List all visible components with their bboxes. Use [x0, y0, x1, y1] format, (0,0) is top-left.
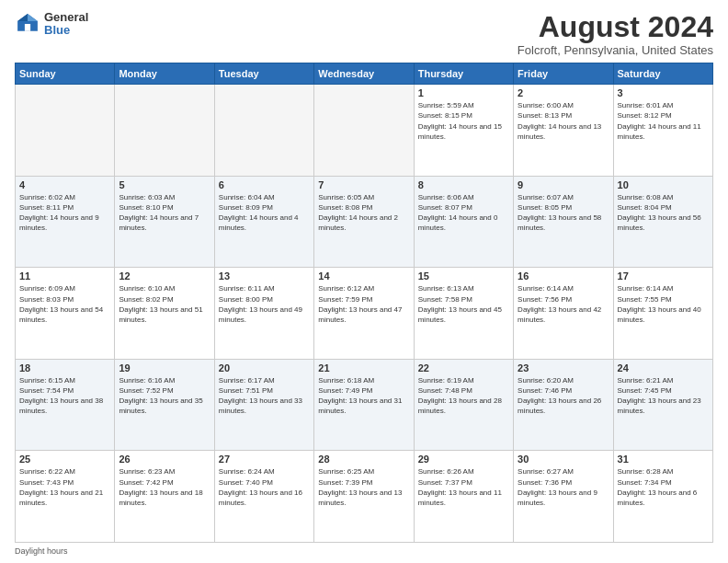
weekday-header: Wednesday: [314, 63, 414, 85]
day-info: Sunrise: 6:07 AMSunset: 8:05 PMDaylight:…: [518, 192, 609, 234]
location: Folcroft, Pennsylvania, United States: [518, 43, 713, 57]
day-number: 16: [518, 270, 609, 282]
daylight-label: Daylight hours: [15, 546, 68, 556]
calendar-week-row: 25Sunrise: 6:22 AMSunset: 7:43 PMDayligh…: [16, 451, 713, 543]
calendar-cell: 13Sunrise: 6:11 AMSunset: 8:00 PMDayligh…: [214, 268, 313, 360]
calendar-cell: 17Sunrise: 6:14 AMSunset: 7:55 PMDayligh…: [613, 268, 712, 360]
day-info: Sunrise: 6:19 AMSunset: 7:48 PMDaylight:…: [418, 375, 509, 417]
day-number: 30: [518, 454, 609, 465]
day-info: Sunrise: 6:15 AMSunset: 7:54 PMDaylight:…: [19, 375, 110, 417]
day-info: Sunrise: 6:24 AMSunset: 7:40 PMDaylight:…: [219, 466, 310, 508]
day-info: Sunrise: 6:20 AMSunset: 7:46 PMDaylight:…: [518, 375, 609, 417]
calendar-cell: 24Sunrise: 6:21 AMSunset: 7:45 PMDayligh…: [613, 359, 712, 451]
day-number: 20: [219, 362, 310, 373]
day-info: Sunrise: 6:11 AMSunset: 8:00 PMDaylight:…: [219, 283, 310, 325]
day-info: Sunrise: 6:14 AMSunset: 7:56 PMDaylight:…: [518, 283, 609, 325]
day-number: 10: [618, 179, 709, 190]
day-info: Sunrise: 6:27 AMSunset: 7:36 PMDaylight:…: [518, 466, 609, 508]
calendar-cell: 28Sunrise: 6:25 AMSunset: 7:39 PMDayligh…: [314, 451, 414, 543]
calendar-cell: [115, 85, 214, 177]
day-number: 24: [618, 362, 709, 373]
calendar-cell: 20Sunrise: 6:17 AMSunset: 7:51 PMDayligh…: [214, 359, 313, 451]
svg-marker-2: [17, 14, 28, 21]
day-info: Sunrise: 5:59 AMSunset: 8:15 PMDaylight:…: [418, 100, 509, 142]
logo-blue-text: Blue: [44, 24, 88, 37]
day-info: Sunrise: 6:12 AMSunset: 7:59 PMDaylight:…: [318, 283, 409, 325]
day-info: Sunrise: 6:23 AMSunset: 7:42 PMDaylight:…: [119, 466, 210, 508]
day-number: 28: [318, 454, 409, 465]
calendar-cell: [16, 85, 115, 177]
day-info: Sunrise: 6:06 AMSunset: 8:07 PMDaylight:…: [418, 192, 509, 234]
calendar-cell: 9Sunrise: 6:07 AMSunset: 8:05 PMDaylight…: [514, 176, 613, 268]
calendar-cell: 12Sunrise: 6:10 AMSunset: 8:02 PMDayligh…: [115, 268, 214, 360]
day-number: 23: [518, 362, 609, 373]
weekday-header: Thursday: [414, 63, 513, 85]
weekday-header: Saturday: [613, 63, 712, 85]
day-number: 27: [219, 454, 310, 465]
day-number: 22: [418, 362, 509, 373]
footer-note: Daylight hours: [15, 546, 713, 556]
calendar-cell: 31Sunrise: 6:28 AMSunset: 7:34 PMDayligh…: [613, 451, 712, 543]
page: General Blue August 2024 Folcroft, Penns…: [0, 0, 728, 563]
calendar-cell: 25Sunrise: 6:22 AMSunset: 7:43 PMDayligh…: [16, 451, 115, 543]
calendar-cell: 1Sunrise: 5:59 AMSunset: 8:15 PMDaylight…: [414, 85, 513, 177]
day-number: 6: [219, 179, 310, 190]
calendar-week-row: 18Sunrise: 6:15 AMSunset: 7:54 PMDayligh…: [16, 359, 713, 451]
calendar-cell: 27Sunrise: 6:24 AMSunset: 7:40 PMDayligh…: [214, 451, 313, 543]
day-number: 3: [618, 87, 709, 98]
day-info: Sunrise: 6:00 AMSunset: 8:13 PMDaylight:…: [518, 100, 609, 142]
title-block: August 2024 Folcroft, Pennsylvania, Unit…: [518, 11, 713, 57]
svg-rect-3: [25, 24, 30, 31]
day-info: Sunrise: 6:16 AMSunset: 7:52 PMDaylight:…: [119, 375, 210, 417]
calendar-cell: 11Sunrise: 6:09 AMSunset: 8:03 PMDayligh…: [16, 268, 115, 360]
day-number: 1: [418, 87, 509, 98]
calendar-cell: 16Sunrise: 6:14 AMSunset: 7:56 PMDayligh…: [514, 268, 613, 360]
calendar-cell: 30Sunrise: 6:27 AMSunset: 7:36 PMDayligh…: [514, 451, 613, 543]
calendar-week-row: 1Sunrise: 5:59 AMSunset: 8:15 PMDaylight…: [16, 85, 713, 177]
day-number: 31: [618, 454, 709, 465]
weekday-header: Tuesday: [214, 63, 313, 85]
weekday-header: Friday: [514, 63, 613, 85]
calendar-cell: 5Sunrise: 6:03 AMSunset: 8:10 PMDaylight…: [115, 176, 214, 268]
day-info: Sunrise: 6:14 AMSunset: 7:55 PMDaylight:…: [618, 283, 709, 325]
logo-icon: [15, 11, 40, 37]
weekday-header-row: SundayMondayTuesdayWednesdayThursdayFrid…: [16, 63, 713, 85]
day-info: Sunrise: 6:17 AMSunset: 7:51 PMDaylight:…: [219, 375, 310, 417]
day-info: Sunrise: 6:01 AMSunset: 8:12 PMDaylight:…: [618, 100, 709, 142]
day-number: 26: [119, 454, 210, 465]
day-info: Sunrise: 6:25 AMSunset: 7:39 PMDaylight:…: [318, 466, 409, 508]
calendar-cell: [214, 85, 313, 177]
calendar-cell: 10Sunrise: 6:08 AMSunset: 8:04 PMDayligh…: [613, 176, 712, 268]
calendar-week-row: 11Sunrise: 6:09 AMSunset: 8:03 PMDayligh…: [16, 268, 713, 360]
day-info: Sunrise: 6:18 AMSunset: 7:49 PMDaylight:…: [318, 375, 409, 417]
month-title: August 2024: [518, 11, 713, 43]
calendar-cell: 21Sunrise: 6:18 AMSunset: 7:49 PMDayligh…: [314, 359, 414, 451]
day-info: Sunrise: 6:28 AMSunset: 7:34 PMDaylight:…: [618, 466, 709, 508]
weekday-header: Monday: [115, 63, 214, 85]
day-number: 18: [19, 362, 110, 373]
header: General Blue August 2024 Folcroft, Penns…: [15, 11, 713, 57]
day-number: 5: [119, 179, 210, 190]
calendar-cell: 15Sunrise: 6:13 AMSunset: 7:58 PMDayligh…: [414, 268, 513, 360]
logo-text: General Blue: [44, 11, 88, 38]
calendar-cell: 4Sunrise: 6:02 AMSunset: 8:11 PMDaylight…: [16, 176, 115, 268]
calendar-cell: 29Sunrise: 6:26 AMSunset: 7:37 PMDayligh…: [414, 451, 513, 543]
day-info: Sunrise: 6:02 AMSunset: 8:11 PMDaylight:…: [19, 192, 110, 234]
calendar-cell: 8Sunrise: 6:06 AMSunset: 8:07 PMDaylight…: [414, 176, 513, 268]
calendar-cell: 26Sunrise: 6:23 AMSunset: 7:42 PMDayligh…: [115, 451, 214, 543]
calendar-table: SundayMondayTuesdayWednesdayThursdayFrid…: [15, 63, 713, 543]
day-info: Sunrise: 6:21 AMSunset: 7:45 PMDaylight:…: [618, 375, 709, 417]
calendar-cell: 6Sunrise: 6:04 AMSunset: 8:09 PMDaylight…: [214, 176, 313, 268]
day-number: 2: [518, 87, 609, 98]
day-info: Sunrise: 6:10 AMSunset: 8:02 PMDaylight:…: [119, 283, 210, 325]
logo-general-text: General: [44, 11, 88, 24]
day-number: 7: [318, 179, 409, 190]
day-info: Sunrise: 6:03 AMSunset: 8:10 PMDaylight:…: [119, 192, 210, 234]
day-info: Sunrise: 6:26 AMSunset: 7:37 PMDaylight:…: [418, 466, 509, 508]
day-number: 14: [318, 270, 409, 282]
day-number: 13: [219, 270, 310, 282]
calendar-cell: 23Sunrise: 6:20 AMSunset: 7:46 PMDayligh…: [514, 359, 613, 451]
svg-marker-1: [28, 14, 38, 21]
day-number: 17: [618, 270, 709, 282]
calendar-cell: 18Sunrise: 6:15 AMSunset: 7:54 PMDayligh…: [16, 359, 115, 451]
